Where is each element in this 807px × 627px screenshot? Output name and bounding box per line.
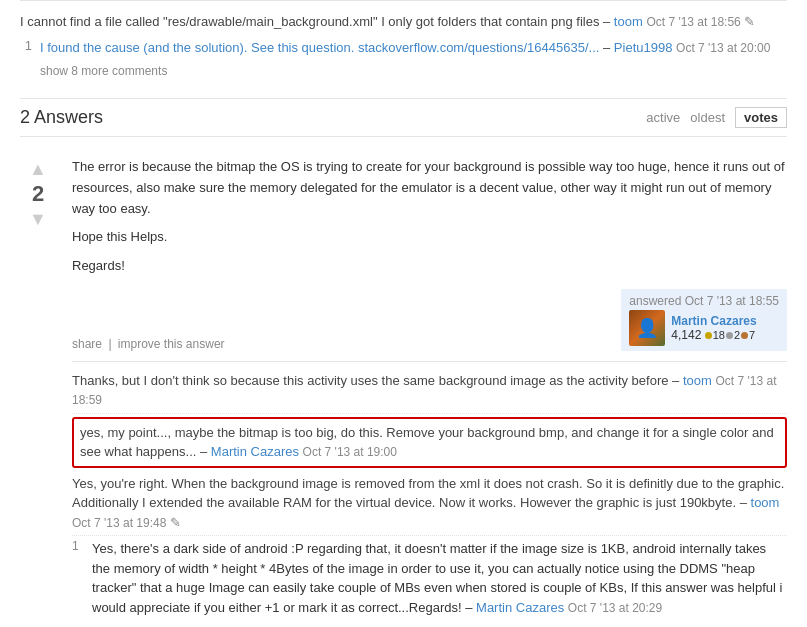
silver-badge-count: 2 [734, 329, 740, 341]
bronze-badge-dot [741, 332, 748, 339]
answer-paragraph-1: The error is because the bitmap the OS i… [72, 157, 787, 219]
sort-oldest[interactable]: oldest [690, 110, 725, 125]
answers-sort: active oldest votes [646, 107, 787, 128]
answerer-details: Martin Cazares 4,142 18 2 7 [671, 314, 756, 342]
rep-score: 4,142 [671, 328, 701, 342]
numbered-comment-text: Yes, there's a dark side of android :P r… [92, 539, 787, 617]
answer-block: ▲ 2 ▼ The error is because the bitmap th… [20, 145, 787, 627]
answerer-name[interactable]: Martin Cazares [671, 314, 756, 328]
answer-footer: share | improve this answer answered Oct… [72, 289, 787, 351]
answer-comment-2-text: yes, my point..., maybe the bitmap is to… [80, 425, 774, 460]
top-comment-1: I cannot find a file called "res/drawabl… [20, 9, 787, 35]
answerer-rep: 4,142 18 2 7 [671, 328, 756, 342]
numbered-comment-author[interactable]: Martin Cazares [476, 600, 564, 615]
sort-votes[interactable]: votes [735, 107, 787, 128]
top-comment-2-text-link[interactable]: I found the cause (and the solution). Se… [40, 40, 354, 55]
top-comment-2-author[interactable]: Pietu1998 [614, 40, 673, 55]
improve-link[interactable]: improve this answer [118, 337, 225, 351]
answers-header: 2 Answers active oldest votes [20, 98, 787, 137]
gold-badge-dot [705, 332, 712, 339]
answer-comment-2-highlighted: yes, my point..., maybe the bitmap is to… [72, 417, 787, 468]
answer-comment-2-timestamp: Oct 7 '13 at 19:00 [303, 445, 397, 459]
answer-content: The error is because the bitmap the OS i… [72, 157, 787, 620]
answer-paragraph-2: Hope this Helps. [72, 227, 787, 248]
vote-column: ▲ 2 ▼ [20, 157, 56, 620]
bronze-badge-count: 7 [749, 329, 755, 341]
silver-badge-dot [726, 332, 733, 339]
answer-paragraph-3: Regards! [72, 256, 787, 277]
top-comment-2: 1 I found the cause (and the solution). … [20, 35, 787, 61]
rep-badges: 18 2 7 [705, 329, 756, 341]
top-comment-1-author[interactable]: toom [614, 14, 643, 29]
vote-up-button[interactable]: ▲ [23, 157, 53, 181]
answer-comment-1-text: Thanks, but I don't think so because thi… [72, 373, 679, 388]
top-comment-2-timestamp: Oct 7 '13 at 20:00 [676, 41, 770, 55]
top-comment-2-link[interactable]: stackoverflow.com/questions/16445635/... [358, 40, 599, 55]
sort-active[interactable]: active [646, 110, 680, 125]
avatar: 👤 [629, 310, 665, 346]
answered-label: answered Oct 7 '13 at 18:55 [629, 294, 779, 308]
top-comments-section: I cannot find a file called "res/drawabl… [20, 0, 787, 90]
share-link[interactable]: share [72, 337, 102, 351]
answer-comment-3: Yes, you're right. When the background i… [72, 471, 787, 537]
action-divider: | [108, 337, 111, 351]
numbered-comment: 1 Yes, there's a dark side of android :P… [72, 536, 787, 620]
top-comment-2-number: 1 [20, 38, 32, 53]
show-more-link[interactable]: show 8 more comments [40, 64, 167, 78]
edit-pencil-icon-3[interactable]: ✎ [170, 515, 181, 530]
answer-comment-3-author[interactable]: toom [751, 495, 780, 510]
answers-title: 2 Answers [20, 107, 103, 128]
answerer-card: answered Oct 7 '13 at 18:55 👤 Martin Caz… [621, 289, 787, 351]
show-more-comments[interactable]: show 8 more comments [40, 64, 787, 78]
answer-comment-1-author[interactable]: toom [683, 373, 712, 388]
answer-actions: share | improve this answer [72, 337, 225, 351]
vote-count: 2 [32, 181, 44, 207]
answer-comment-1: Thanks, but I don't think so because thi… [72, 368, 787, 414]
vote-down-button[interactable]: ▼ [23, 207, 53, 231]
answer-comments: Thanks, but I don't think so because thi… [72, 361, 787, 621]
edit-pencil-icon[interactable]: ✎ [744, 14, 755, 29]
top-comment-1-text: I cannot find a file called "res/drawabl… [20, 14, 610, 29]
avatar-image: 👤 [629, 310, 665, 346]
answer-comment-3-text: Yes, you're right. When the background i… [72, 476, 784, 511]
page-container: I cannot find a file called "res/drawabl… [0, 0, 807, 627]
numbered-comment-timestamp: Oct 7 '13 at 20:29 [568, 601, 662, 615]
answerer-info: 👤 Martin Cazares 4,142 18 2 7 [629, 310, 779, 346]
numbered-comment-number: 1 [72, 539, 88, 553]
answer-comment-3-timestamp: Oct 7 '13 at 19:48 [72, 516, 166, 530]
gold-badge-count: 18 [713, 329, 725, 341]
answer-text: The error is because the bitmap the OS i… [72, 157, 787, 277]
answer-comment-2-author[interactable]: Martin Cazares [211, 444, 299, 459]
top-comment-1-timestamp: Oct 7 '13 at 18:56 [646, 15, 740, 29]
